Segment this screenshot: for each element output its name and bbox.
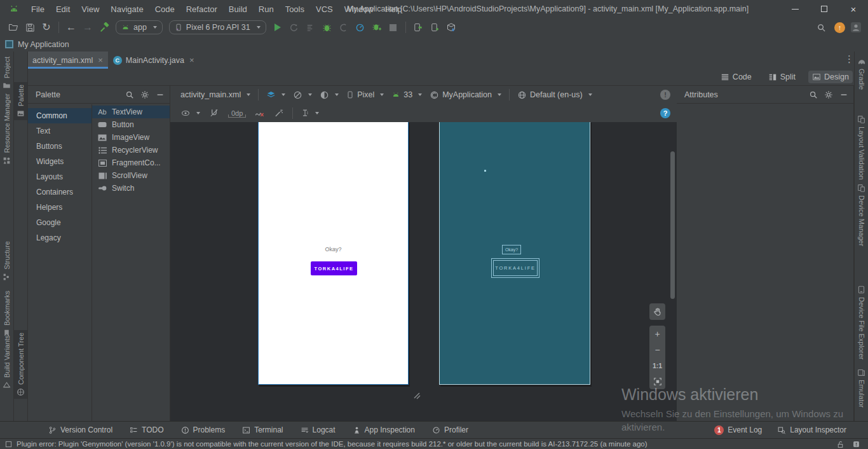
theme-dropdown[interactable]: MyApplication bbox=[430, 90, 501, 100]
menu-vcs[interactable]: VCS bbox=[310, 0, 339, 18]
apply-code-changes-button[interactable] bbox=[302, 20, 319, 35]
locale-dropdown[interactable]: Default (en-us) bbox=[517, 90, 592, 100]
zoom-100-button[interactable]: 1:1 bbox=[649, 357, 665, 373]
device-manager-button[interactable] bbox=[426, 20, 443, 35]
sidebar-item-emulator[interactable]: Emulator bbox=[855, 368, 868, 408]
api-version-dropdown[interactable]: 33 bbox=[391, 90, 422, 99]
sidebar-item-gradle[interactable]: Gradle bbox=[855, 58, 868, 90]
search-icon[interactable] bbox=[809, 90, 818, 99]
palette-item-switch[interactable]: Switch bbox=[92, 182, 170, 195]
palette-category-common[interactable]: Common bbox=[28, 108, 92, 123]
lock-icon[interactable] bbox=[836, 440, 844, 448]
open-button[interactable] bbox=[5, 20, 22, 35]
search-icon[interactable] bbox=[125, 90, 134, 99]
sidebar-item-resource-manager[interactable]: Resource Manager bbox=[0, 93, 13, 165]
menu-view[interactable]: View bbox=[76, 0, 105, 18]
palette-category-buttons[interactable]: Buttons bbox=[28, 139, 92, 154]
orientation-dropdown[interactable] bbox=[293, 90, 312, 100]
toolwindow-logcat[interactable]: Logcat bbox=[301, 425, 336, 434]
toolwindow-problems[interactable]: Problems bbox=[181, 425, 226, 434]
toolwindow-event-log[interactable]: 1 Event Log bbox=[714, 425, 762, 435]
palette-item-textview[interactable]: Ab TextView bbox=[92, 106, 170, 118]
menu-refactor[interactable]: Refactor bbox=[180, 0, 223, 18]
palette-category-containers[interactable]: Containers bbox=[28, 184, 92, 200]
blueprint-button[interactable]: TORKA4LIFE bbox=[491, 258, 539, 278]
back-button[interactable]: ← bbox=[63, 20, 79, 35]
sidebar-item-structure[interactable]: Structure bbox=[0, 241, 13, 281]
align-dropdown[interactable] bbox=[301, 108, 319, 118]
menu-file[interactable]: File bbox=[25, 0, 50, 18]
notifications-icon[interactable] bbox=[852, 440, 860, 448]
autoconnect-off-icon[interactable] bbox=[209, 108, 219, 118]
palette-category-legacy[interactable]: Legacy bbox=[28, 230, 92, 245]
layout-file-dropdown[interactable]: activity_main.xml bbox=[180, 90, 250, 99]
menu-edit[interactable]: Edit bbox=[50, 0, 76, 18]
palette-item-recyclerview[interactable]: RecyclerView bbox=[92, 144, 170, 156]
toolwindow-version-control[interactable]: Version Control bbox=[48, 425, 112, 434]
sdk-manager-button[interactable] bbox=[443, 20, 459, 35]
toolwindow-todo[interactable]: TODO bbox=[130, 425, 163, 434]
infer-constraints-icon[interactable] bbox=[274, 108, 284, 118]
palette-category-google[interactable]: Google bbox=[28, 215, 92, 230]
palette-category-layouts[interactable]: Layouts bbox=[28, 169, 92, 184]
profiler-button[interactable] bbox=[352, 20, 369, 35]
save-button[interactable] bbox=[22, 20, 38, 35]
blueprint-surface-phone[interactable]: Okay? TORKA4LIFE bbox=[439, 122, 590, 385]
sidebar-item-bookmarks[interactable]: Bookmarks bbox=[0, 291, 13, 337]
stop-button[interactable] bbox=[385, 20, 402, 35]
help-icon[interactable]: ? bbox=[660, 108, 670, 118]
gear-icon[interactable] bbox=[824, 90, 833, 99]
preview-button[interactable]: TORKA4LIFE bbox=[311, 261, 357, 275]
toolwindow-profiler[interactable]: Profiler bbox=[432, 425, 468, 434]
sidebar-item-device-manager[interactable]: Device Manager bbox=[855, 184, 868, 246]
sync-button[interactable]: ↻ bbox=[38, 20, 55, 35]
ide-update-button[interactable]: ↑ bbox=[834, 22, 845, 33]
palette-item-scrollview[interactable]: ScrollView bbox=[92, 169, 170, 182]
sidebar-item-device-file-explorer[interactable]: Device File Explorer bbox=[855, 286, 868, 359]
default-margin-control[interactable]: 0dp bbox=[228, 109, 246, 118]
toolwindow-terminal[interactable]: Terminal bbox=[242, 425, 283, 434]
clear-constraints-icon[interactable] bbox=[254, 108, 265, 118]
device-dropdown[interactable]: Pixel 6 Pro API 31 bbox=[169, 20, 266, 34]
toolwindow-switcher-icon[interactable] bbox=[5, 441, 12, 448]
view-options-dropdown[interactable] bbox=[266, 90, 285, 100]
view-mode-dropdown[interactable] bbox=[180, 109, 200, 118]
design-surface-phone[interactable]: Okay? TORKA4LIFE bbox=[258, 122, 409, 385]
menu-navigate[interactable]: Navigate bbox=[105, 0, 149, 18]
palette-category-widgets[interactable]: Widgets bbox=[28, 154, 92, 169]
breadcrumb[interactable]: My Application bbox=[18, 40, 69, 49]
profile-avatar-button[interactable] bbox=[850, 22, 862, 33]
palette-category-text[interactable]: Text bbox=[28, 123, 92, 139]
mode-split-button[interactable]: Split bbox=[764, 71, 799, 83]
tab-options-kebab-icon[interactable]: ⋮ bbox=[844, 53, 854, 65]
menu-run[interactable]: Run bbox=[253, 0, 280, 18]
zoom-to-fit-button[interactable] bbox=[649, 373, 665, 389]
palette-item-fragmentcontainer[interactable]: FragmentCo... bbox=[92, 156, 170, 169]
status-message[interactable]: Plugin error: Plugin 'Genymotion' (versi… bbox=[17, 440, 648, 448]
menu-build[interactable]: Build bbox=[223, 0, 253, 18]
canvas-resize-handle[interactable] bbox=[410, 390, 421, 399]
search-everywhere-button[interactable] bbox=[813, 20, 829, 35]
zoom-out-button[interactable]: − bbox=[649, 342, 665, 357]
sidebar-item-layout-validation[interactable]: Layout Validation bbox=[855, 115, 868, 180]
debug-button[interactable] bbox=[319, 20, 336, 35]
toolwindow-app-inspection[interactable]: App Inspection bbox=[353, 425, 415, 434]
profile-disabled-button[interactable] bbox=[336, 20, 352, 35]
forward-button[interactable]: → bbox=[79, 20, 96, 35]
avd-manager-button[interactable] bbox=[410, 20, 426, 35]
close-tab-icon[interactable]: × bbox=[189, 55, 194, 65]
close-button[interactable]: × bbox=[839, 0, 868, 18]
mode-code-button[interactable]: Code bbox=[717, 71, 756, 83]
issues-indicator-icon[interactable]: ! bbox=[660, 90, 670, 100]
maximize-button[interactable] bbox=[810, 0, 839, 18]
device-for-preview-dropdown[interactable]: Pixel bbox=[346, 90, 384, 99]
palette-category-helpers[interactable]: Helpers bbox=[28, 200, 92, 215]
apply-changes-button[interactable] bbox=[286, 20, 302, 35]
preview-textview[interactable]: Okay? bbox=[259, 246, 408, 252]
run-button[interactable] bbox=[269, 20, 286, 35]
close-tab-icon[interactable]: × bbox=[98, 55, 103, 65]
tab-activity-main-xml[interactable]: <> activity_main.xml × bbox=[14, 52, 108, 69]
canvas-vertical-scrollbar[interactable] bbox=[670, 151, 675, 299]
tab-mainactivity-java[interactable]: C MainActivity.java × bbox=[108, 52, 200, 69]
toolwindow-layout-inspector[interactable]: Layout Inspector bbox=[777, 425, 846, 434]
